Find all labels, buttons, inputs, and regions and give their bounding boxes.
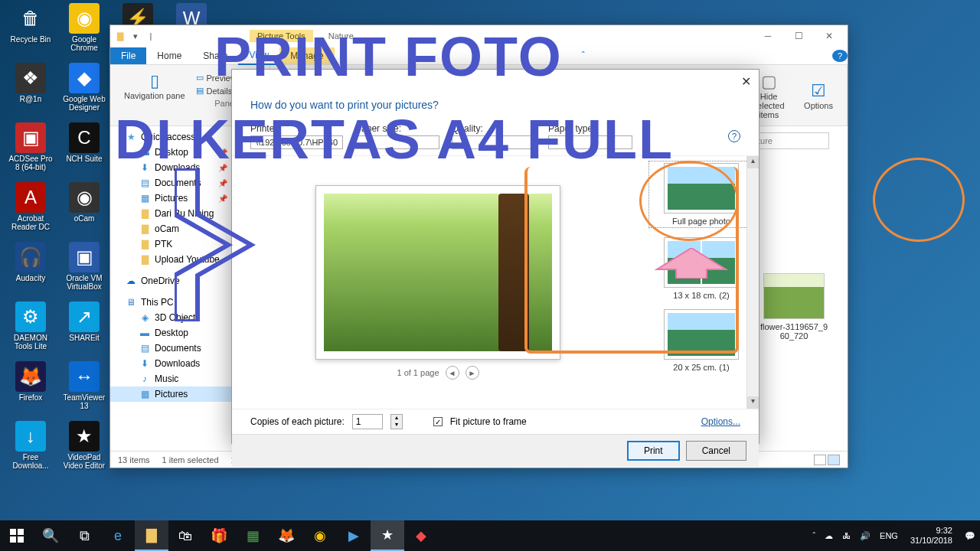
titlebar[interactable]: ▇ ▾ | Picture Tools Nature ─ ☐ ✕ [110,25,848,47]
tray-network-icon[interactable]: 🖧 [838,531,855,540]
tab-manage[interactable]: Manage [279,47,334,64]
layout-option[interactable]: Full page photo [648,161,754,228]
task-view-button[interactable]: ⧉ [67,520,101,551]
file-thumb[interactable]: flower-3119657_9 60_720 [756,273,832,341]
print-button[interactable]: Print [627,441,680,461]
taskbar-app4[interactable]: ◆ [404,520,438,551]
desktop-icon[interactable]: 🗑Recycle Bin [6,3,55,44]
nav-documents[interactable]: ▤Documents📌 [110,175,232,191]
layout-list[interactable]: Full page photo13 x 18 cm. (2)20 x 25 cm… [644,156,759,409]
tray-volume-icon[interactable]: 🔊 [855,531,875,541]
nav-this-pc[interactable]: 🖥This PC [110,295,232,310]
nav-onedrive[interactable]: ☁OneDrive [110,273,232,289]
taskbar-store[interactable]: 🛍 [168,520,202,551]
options-link[interactable]: Options... [701,416,740,427]
nav-desktop2[interactable]: ▬Desktop [110,325,232,341]
copies-spinner[interactable]: ▴▾ [390,414,403,429]
desktop-icon[interactable]: 🦊Firefox [6,361,55,402]
layout-option[interactable]: 20 x 25 cm. (1) [648,309,754,372]
desktop-icon[interactable]: AAcrobat Reader DC [6,182,55,231]
nav-downloads2[interactable]: ⬇Downloads [110,356,232,371]
desktop-icon[interactable]: ▣Oracle VM VirtualBox [60,242,109,291]
desktop-icon[interactable]: ↓Free Downloa... [6,421,55,470]
layout-option[interactable]: 13 x 18 cm. (2) [648,237,754,300]
nav-pictures2[interactable]: ▦Pictures [110,386,232,402]
desktop-icon[interactable]: 🎧Audacity [6,242,55,282]
desktop-icon[interactable]: CNCH Suite [60,122,109,163]
taskbar-app1[interactable]: 🎁 [202,520,236,551]
view-details-icon[interactable] [814,455,826,465]
taskbar[interactable]: 🔍 ⧉ e ▇ 🛍 🎁 ▦ 🦊 ◉ ▶ ★ ◆ ˆ ☁ 🖧 🔊 ENG 9:32… [0,520,980,551]
paper-type-select[interactable]: Paper type: [548,123,632,149]
help-icon[interactable]: ? [832,50,848,62]
taskbar-videopad[interactable]: ★ [371,520,404,551]
desktop-icon[interactable]: ↗SHAREit [60,302,109,342]
desktop-icon[interactable]: ▣ACDSee Pro 8 (64-bit) [6,122,55,171]
print-pictures-dialog: ✕ How do you want to print your pictures… [231,69,760,444]
taskbar-app3[interactable]: ▶ [337,520,371,551]
nav-folder-dari[interactable]: ▇Dari Bu Nining [110,206,232,221]
tray-notifications-icon[interactable]: 💬 [960,531,980,541]
minimize-button[interactable]: ─ [753,27,783,45]
tab-view[interactable]: View [238,47,279,65]
desktop-icon[interactable]: ◉oCam [60,182,109,223]
scroll-down-icon[interactable]: ▾ [747,396,759,409]
dialog-titlebar[interactable]: ✕ [232,70,759,93]
desktop-icon[interactable]: ◉Google Chrome [60,3,109,52]
context-tab[interactable]: Picture Tools [250,30,313,42]
tray-expand-icon[interactable]: ˆ [808,531,820,540]
view-thumbs-icon[interactable] [828,455,840,465]
nav-quick-access[interactable]: ★Quick access [110,129,232,145]
search-button[interactable]: 🔍 [34,520,67,551]
desktop-icon[interactable]: ◆Google Web Designer [60,63,109,112]
tab-share[interactable]: Share [192,47,238,64]
nav-music[interactable]: ♪Music [110,371,232,386]
ribbon-collapse-icon[interactable]: ˆ [574,51,593,61]
options-button[interactable]: ☑ Options [798,68,839,122]
taskbar-chrome[interactable]: ◉ [303,520,337,551]
printer-select[interactable]: Printer:\\192.168.40.7\HP260 [250,123,343,149]
desktop-icon[interactable]: ❖R@1n [6,63,55,103]
nav-documents2[interactable]: ▤Documents [110,341,232,356]
fit-checkbox[interactable]: ✓ [433,417,443,426]
tray-onedrive-icon[interactable]: ☁ [820,531,838,541]
taskbar-edge[interactable]: e [101,520,135,551]
tab-file[interactable]: File [110,47,146,64]
tab-home[interactable]: Home [146,47,192,64]
nav-3d-objects[interactable]: ◈3D Objects [110,310,232,325]
nav-desktop[interactable]: ▬Desktop📌 [110,145,232,160]
dialog-help-icon[interactable]: ? [728,130,740,142]
preview-page [315,185,560,360]
nav-folder-ptk[interactable]: ▇PTK [110,236,232,252]
tray-clock[interactable]: 9:32 31/10/2018 [903,526,960,546]
dialog-close-button[interactable]: ✕ [736,73,756,90]
desktop-icon[interactable]: ⚙DAEMON Tools Lite [6,302,55,350]
nav-pane-icon: ▯ [150,71,159,91]
close-button[interactable]: ✕ [814,27,844,45]
navigation-tree[interactable]: ★Quick access ▬Desktop📌 ⬇Downloads📌 ▤Doc… [110,126,233,451]
tray-lang[interactable]: ENG [875,531,903,540]
maximize-button[interactable]: ☐ [783,27,814,45]
cancel-button[interactable]: Cancel [686,441,746,461]
start-button[interactable] [0,520,34,551]
taskbar-firefox[interactable]: 🦊 [270,520,303,551]
desktop-icon[interactable]: ★VideoPad Video Editor [60,421,109,470]
desktop-icon[interactable]: ↔TeamViewer 13 [60,361,109,410]
quality-select[interactable]: Quality: [452,123,536,149]
taskbar-app2[interactable]: ▦ [236,520,270,551]
next-page-button[interactable]: ► [466,366,479,380]
window-title: Nature [328,31,354,41]
layout-scrollbar[interactable]: ▴ ▾ [746,156,759,409]
navigation-pane-button[interactable]: ▯ Navigation pane [118,68,191,103]
copies-input[interactable] [352,414,383,429]
nav-folder-ocam[interactable]: ▇oCam [110,221,232,236]
taskbar-explorer[interactable]: ▇ [135,520,168,551]
nav-pictures[interactable]: ▦Pictures📌 [110,191,232,206]
scroll-up-icon[interactable]: ▴ [747,156,759,168]
system-tray[interactable]: ˆ ☁ 🖧 🔊 ENG 9:32 31/10/2018 💬 [808,520,980,551]
qat-save-icon[interactable]: ▾ [129,29,142,43]
prev-page-button[interactable]: ◄ [446,366,459,380]
paper-size-select[interactable]: Paper size: [355,123,439,149]
nav-folder-upload[interactable]: ▇Upload Youtube [110,252,232,267]
nav-downloads[interactable]: ⬇Downloads📌 [110,160,232,175]
